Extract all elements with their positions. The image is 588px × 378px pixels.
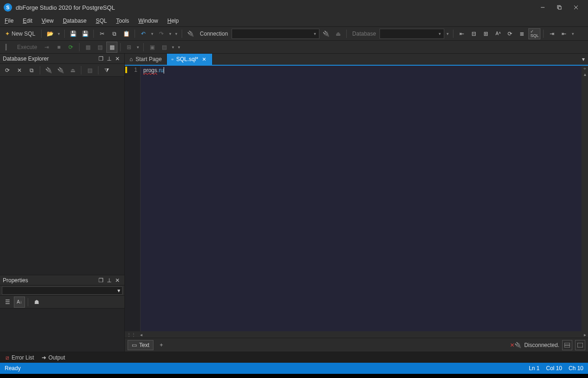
menu-view[interactable]: View — [37, 15, 58, 26]
filter-button[interactable]: ⧩ — [101, 65, 112, 76]
execute-current-button[interactable]: ⇥ — [41, 42, 52, 53]
new-sql-button[interactable]: ✦ New SQL — [2, 28, 38, 39]
open-file-button[interactable]: 📂 — [44, 28, 55, 39]
stop-button[interactable]: ■ — [53, 42, 64, 53]
tab-close-button[interactable]: ✕ — [201, 56, 208, 62]
refresh-button[interactable]: ⟳ — [504, 28, 515, 39]
format-overflow[interactable]: ▾ — [570, 31, 576, 36]
output-tab[interactable]: ➜ Output — [39, 353, 68, 362]
disconnect-tree-button[interactable]: ⏏ — [67, 65, 78, 76]
menu-database[interactable]: Database — [58, 15, 91, 26]
profile-dropdown[interactable]: ▾ — [135, 45, 141, 50]
alphabetical-button[interactable]: A↓ — [14, 297, 25, 308]
collapse-all-button[interactable]: ⧉ — [26, 65, 37, 76]
tab-sql-file[interactable]: ▫ SQL.sql* ✕ — [167, 54, 213, 65]
save-all-button[interactable]: 💾 — [80, 28, 91, 39]
menu-window[interactable]: Window — [134, 15, 163, 26]
database-explorer-tree[interactable] — [0, 77, 124, 275]
open-file-dropdown[interactable]: ▾ — [56, 31, 61, 36]
separator — [64, 30, 65, 38]
menu-edit[interactable]: Edit — [18, 15, 37, 26]
panel-pin-button[interactable]: ⊥ — [105, 276, 113, 285]
close-connection-button[interactable]: ✕ — [14, 65, 25, 76]
result-grid-button[interactable]: ▦ — [82, 42, 93, 53]
refresh-icon: ⟳ — [508, 31, 512, 37]
connect-tree-button[interactable]: 🔌 — [55, 65, 66, 76]
tab-start-page[interactable]: ⌂ Start Page — [125, 54, 167, 65]
separator — [346, 30, 347, 38]
categorized-button[interactable]: ☰ — [2, 297, 13, 308]
status-column: Col 10 — [546, 365, 562, 372]
result-file-button[interactable]: ▦ — [106, 42, 117, 53]
panel-pin-button[interactable]: ⊥ — [105, 55, 113, 63]
undo-dropdown[interactable]: ▾ — [150, 31, 155, 36]
panel-window-button[interactable]: ❐ — [97, 276, 105, 285]
indent-right-button[interactable]: ⇤ — [558, 28, 570, 39]
add-view-button[interactable]: ＋ — [156, 340, 166, 350]
result-text-button[interactable]: ▤ — [94, 42, 105, 53]
new-connection-button[interactable]: 🔌 — [185, 28, 196, 39]
new-connection-tree-button[interactable]: 🔌 — [43, 65, 54, 76]
toolbar-overflow[interactable]: ▾ — [174, 31, 179, 36]
panel-window-button[interactable]: ❐ — [97, 55, 105, 63]
menu-help[interactable]: Help — [163, 15, 184, 26]
split-handle[interactable]: ÷ — [583, 67, 586, 71]
panel-close-button[interactable]: ✕ — [113, 55, 122, 63]
panel-close-button[interactable]: ✕ — [113, 276, 122, 285]
menu-sql[interactable]: SQL — [91, 15, 111, 26]
database-combo[interactable]: ▾ — [380, 29, 444, 39]
outdent-button[interactable]: ⇤ — [456, 28, 467, 39]
uppercase-button[interactable]: Aᴬ — [492, 28, 503, 39]
disconnect-button[interactable]: ⏏ — [332, 28, 343, 39]
uncomment-button[interactable]: ⊞ — [480, 28, 491, 39]
query-profile-button[interactable]: ⊞ — [123, 42, 135, 53]
copy-button[interactable]: ⧉ — [109, 28, 120, 39]
execute-marker-button[interactable]: ▎ — [2, 42, 13, 53]
undo-button[interactable]: ↶ — [138, 28, 149, 39]
query-history-button[interactable]: ▤ — [159, 42, 170, 53]
redo-dropdown[interactable]: ▾ — [168, 31, 173, 36]
format-button[interactable]: ≣ — [516, 28, 527, 39]
redo-button[interactable]: ↷ — [156, 28, 167, 39]
connection-combo[interactable]: ▾ — [232, 29, 319, 39]
scroll-up-icon[interactable]: ▴ — [584, 72, 586, 77]
menu-tools[interactable]: Tools — [111, 15, 134, 26]
comment-button[interactable]: ⊟ — [468, 28, 479, 39]
save-button[interactable]: 💾 — [67, 28, 79, 39]
indent-left-button[interactable]: ⇥ — [546, 28, 557, 39]
scroll-left-button[interactable]: ◂ — [138, 332, 144, 337]
tabstrip-menu[interactable]: ▾ — [579, 54, 588, 65]
line-number: 1 — [128, 67, 137, 73]
app-icon: S — [4, 3, 12, 12]
layout-full-button[interactable] — [575, 340, 585, 350]
execute-overflow[interactable]: ▾ — [177, 45, 182, 50]
sql-check-button[interactable]: ✓SQL — [528, 28, 540, 39]
paste-button[interactable]: 📋 — [121, 28, 132, 39]
menu-file[interactable]: File — [0, 15, 18, 26]
reconnect-button[interactable]: ⟳ — [65, 42, 76, 53]
refresh-tree-button[interactable]: ⟳ — [2, 65, 13, 76]
sql-file-icon: ▫ — [172, 56, 173, 62]
object-script-button[interactable]: ▤ — [84, 65, 95, 76]
maximize-button[interactable] — [551, 0, 568, 15]
close-button[interactable] — [568, 0, 584, 15]
error-list-tab[interactable]: ⧄ Error List — [3, 353, 37, 362]
execute-button[interactable]: Execute — [14, 42, 40, 53]
tab-start-page-label: Start Page — [135, 56, 162, 62]
connection-overflow[interactable]: ▾ — [445, 31, 450, 36]
text-view-icon: ▭ — [132, 342, 137, 348]
scroll-right-button[interactable]: ▸ — [582, 332, 588, 337]
layout-split-button[interactable] — [562, 340, 572, 350]
code-editor[interactable]: progs.ru — [141, 66, 582, 331]
history-dropdown[interactable]: ▾ — [171, 45, 176, 50]
indent-right-icon: ⇤ — [562, 31, 566, 37]
query-builder-button[interactable]: ▣ — [147, 42, 158, 53]
connect-button[interactable]: 🔌 — [320, 28, 331, 39]
minimize-button[interactable] — [534, 0, 551, 15]
cut-button[interactable]: ✂ — [97, 28, 108, 39]
properties-object-combo[interactable]: ▾ — [2, 286, 122, 295]
split-grip-icon[interactable]: ⋮⋮ — [125, 332, 138, 337]
properties-grid[interactable] — [0, 309, 124, 352]
text-view-tab[interactable]: ▭ Text — [128, 340, 153, 350]
property-pages-button[interactable]: ☗ — [31, 297, 42, 308]
